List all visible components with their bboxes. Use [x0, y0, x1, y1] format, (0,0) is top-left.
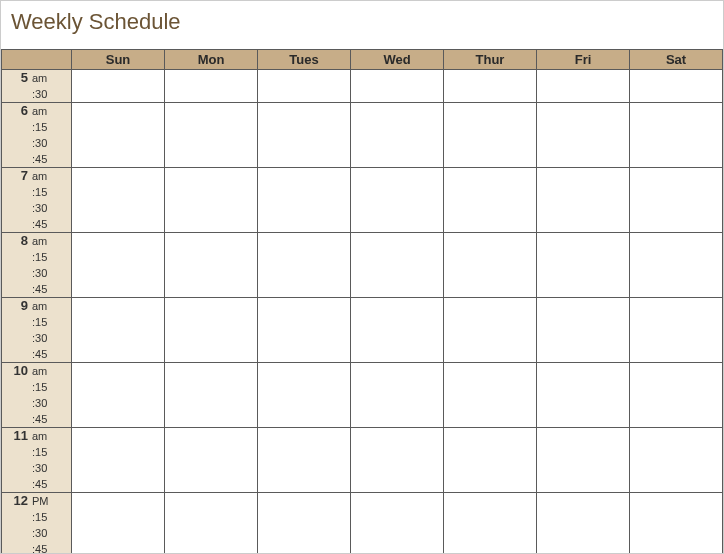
header-day: Sun [72, 50, 165, 70]
schedule-cell[interactable] [351, 168, 444, 233]
hour-number: 5 [2, 70, 30, 86]
schedule-cell[interactable] [537, 363, 630, 428]
schedule-cell[interactable] [630, 363, 723, 428]
schedule-cell[interactable] [444, 103, 537, 168]
schedule-cell[interactable] [444, 428, 537, 493]
time-label-cell: 10am:15:30:45 [2, 363, 72, 428]
schedule-cell[interactable] [537, 103, 630, 168]
schedule-cell[interactable] [537, 493, 630, 555]
minute-label: :45 [30, 346, 71, 362]
schedule-cell[interactable] [630, 428, 723, 493]
schedule-cell[interactable] [444, 363, 537, 428]
schedule-cell[interactable] [444, 493, 537, 555]
schedule-cell[interactable] [351, 103, 444, 168]
schedule-cell[interactable] [351, 428, 444, 493]
schedule-cell[interactable] [72, 70, 165, 103]
header-row: Sun Mon Tues Wed Thur Fri Sat [2, 50, 723, 70]
time-label-cell: 11am:15:30:45 [2, 428, 72, 493]
header-day: Mon [165, 50, 258, 70]
time-label-cell: 5am:30 [2, 70, 72, 103]
schedule-cell[interactable] [258, 493, 351, 555]
ampm-label: am [30, 298, 71, 314]
time-label-cell: 6am:15:30:45 [2, 103, 72, 168]
schedule-cell[interactable] [258, 233, 351, 298]
schedule-cell[interactable] [165, 168, 258, 233]
schedule-cell[interactable] [537, 428, 630, 493]
page-title: Weekly Schedule [1, 1, 723, 49]
schedule-cell[interactable] [630, 298, 723, 363]
schedule-cell[interactable] [537, 168, 630, 233]
schedule-cell[interactable] [258, 363, 351, 428]
minute-label: :15 [30, 119, 71, 135]
hour-number: 10 [2, 363, 30, 379]
hour-number: 6 [2, 103, 30, 119]
time-label-cell: 12PM:15:30:45 [2, 493, 72, 555]
minute-label: :15 [30, 184, 71, 200]
minute-label: :45 [30, 476, 71, 492]
schedule-cell[interactable] [258, 298, 351, 363]
schedule-cell[interactable] [630, 493, 723, 555]
schedule-cell[interactable] [351, 233, 444, 298]
minute-label: :30 [30, 135, 71, 151]
schedule-cell[interactable] [72, 298, 165, 363]
schedule-cell[interactable] [630, 103, 723, 168]
schedule-cell[interactable] [258, 70, 351, 103]
header-corner [2, 50, 72, 70]
header-day: Fri [537, 50, 630, 70]
header-day: Sat [630, 50, 723, 70]
schedule-cell[interactable] [537, 298, 630, 363]
schedule-cell[interactable] [351, 363, 444, 428]
minute-label: :30 [30, 265, 71, 281]
schedule-cell[interactable] [444, 70, 537, 103]
minute-label: :30 [30, 200, 71, 216]
minute-label: :45 [30, 281, 71, 297]
schedule-cell[interactable] [165, 70, 258, 103]
ampm-label: am [30, 363, 71, 379]
minute-label: :15 [30, 379, 71, 395]
hour-number: 11 [2, 428, 30, 444]
schedule-cell[interactable] [351, 70, 444, 103]
schedule-cell[interactable] [258, 168, 351, 233]
schedule-cell[interactable] [444, 298, 537, 363]
schedule-cell[interactable] [72, 233, 165, 298]
minute-label: :45 [30, 216, 71, 232]
minute-label: :30 [30, 395, 71, 411]
time-label-cell: 9am:15:30:45 [2, 298, 72, 363]
minute-label: :30 [30, 525, 71, 541]
schedule-cell[interactable] [444, 168, 537, 233]
schedule-cell[interactable] [72, 363, 165, 428]
ampm-label: am [30, 103, 71, 119]
schedule-cell[interactable] [165, 233, 258, 298]
hour-number: 7 [2, 168, 30, 184]
minute-label: :45 [30, 411, 71, 427]
schedule-body: 5am:306am:15:30:457am:15:30:458am:15:30:… [2, 70, 723, 555]
schedule-cell[interactable] [258, 428, 351, 493]
schedule-cell[interactable] [165, 428, 258, 493]
schedule-cell[interactable] [165, 103, 258, 168]
schedule-cell[interactable] [72, 103, 165, 168]
hour-row: 12PM:15:30:45 [2, 493, 723, 555]
schedule-cell[interactable] [165, 298, 258, 363]
schedule-cell[interactable] [72, 168, 165, 233]
schedule-cell[interactable] [630, 168, 723, 233]
schedule-cell[interactable] [537, 233, 630, 298]
schedule-cell[interactable] [630, 233, 723, 298]
schedule-cell[interactable] [630, 70, 723, 103]
schedule-cell[interactable] [444, 233, 537, 298]
ampm-label: am [30, 233, 71, 249]
hour-row: 7am:15:30:45 [2, 168, 723, 233]
minute-label: :15 [30, 444, 71, 460]
schedule-cell[interactable] [537, 70, 630, 103]
schedule-cell[interactable] [72, 493, 165, 555]
hour-number: 12 [2, 493, 30, 509]
schedule-cell[interactable] [351, 298, 444, 363]
schedule-cell[interactable] [258, 103, 351, 168]
schedule-cell[interactable] [165, 363, 258, 428]
ampm-label: am [30, 70, 71, 86]
ampm-label: am [30, 428, 71, 444]
schedule-cell[interactable] [165, 493, 258, 555]
schedule-cell[interactable] [72, 428, 165, 493]
hour-row: 9am:15:30:45 [2, 298, 723, 363]
minute-label: :45 [30, 151, 71, 167]
schedule-cell[interactable] [351, 493, 444, 555]
